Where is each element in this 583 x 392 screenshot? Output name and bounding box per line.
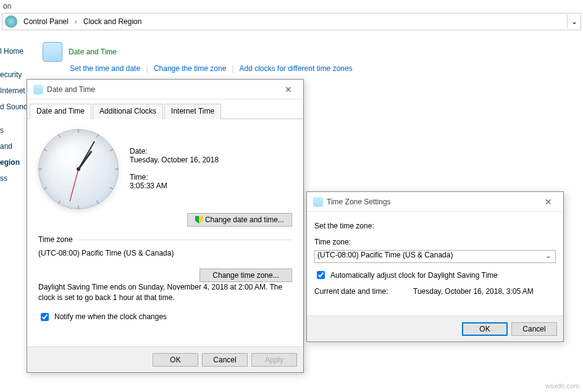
notify-checkbox-input[interactable] (41, 313, 49, 321)
nav-region[interactable]: egion (0, 154, 28, 170)
control-panel-icon (5, 15, 17, 28)
chevron-right-icon: › (72, 17, 80, 26)
breadcrumb-item[interactable]: Control Panel (20, 17, 72, 26)
nav-item[interactable]: ss (0, 170, 28, 186)
close-button[interactable]: ✕ (540, 197, 557, 207)
cancel-button[interactable]: Cancel (202, 353, 248, 367)
change-date-time-button[interactable]: Change date and time... (187, 213, 292, 227)
auto-dst-checkbox-input[interactable] (317, 271, 325, 279)
close-button[interactable]: ✕ (280, 85, 297, 94)
link-set-time[interactable]: Set the time and date (70, 64, 140, 73)
dialog-footer: OK Cancel (307, 315, 563, 341)
current-datetime-label: Current date and time: (314, 287, 413, 296)
minute-hand (78, 141, 95, 169)
time-zone-icon (313, 197, 323, 207)
second-hand (70, 169, 79, 201)
link-add-clocks[interactable]: Add clocks for different time zones (239, 64, 352, 73)
breadcrumb-item[interactable]: Clock and Region (80, 17, 146, 26)
change-time-zone-button[interactable]: Change time zone... (199, 269, 292, 282)
section-links: Set the time and date | Change the time … (70, 64, 353, 73)
nav-item[interactable]: s (0, 122, 28, 138)
ok-button[interactable]: OK (462, 322, 508, 336)
nav-home[interactable]: l Home (0, 43, 28, 59)
dst-text: Daylight Saving Time ends on Sunday, Nov… (38, 282, 292, 304)
nav-sound[interactable]: d Sound (0, 99, 28, 115)
section-title[interactable]: Date and Time (69, 48, 117, 56)
apply-button: Apply (251, 353, 297, 367)
breadcrumb-bar: Control Panel › Clock and Region ⌄ (2, 13, 581, 30)
auto-dst-checkbox[interactable]: Automatically adjust clock for Daylight … (314, 269, 556, 281)
dialog-titlebar[interactable]: Time Zone Settings ✕ (307, 192, 563, 212)
time-zone-select[interactable]: (UTC-08:00) Pacific Time (US & Canada) (314, 250, 556, 263)
link-change-tz[interactable]: Change the time zone (154, 64, 226, 73)
date-and-time-dialog: Date and Time ✕ Date and Time Additional… (27, 79, 304, 373)
nav-security[interactable]: ecurity (0, 67, 28, 83)
nav-item[interactable]: and (0, 138, 28, 154)
notify-checkbox[interactable]: Notify me when the clock changes (38, 311, 292, 323)
dialog-footer: OK Cancel Apply (27, 346, 303, 372)
nav-internet[interactable]: Internet (0, 83, 28, 99)
section-heading: Date and Time (43, 42, 353, 62)
time-zone-value: (UTC-08:00) Pacific Time (US & Canada) (38, 249, 292, 257)
time-zone-settings-dialog: Time Zone Settings ✕ Set the time zone: … (306, 191, 564, 342)
time-value: 3:05:33 AM (130, 181, 292, 190)
history-dropdown[interactable]: ⌄ (567, 15, 581, 28)
dialog-title: Date and Time (47, 85, 280, 94)
date-time-icon (43, 42, 62, 62)
time-zone-label: Time zone: (314, 238, 556, 246)
tab-additional-clocks[interactable]: Additional Clocks (93, 104, 163, 119)
cancel-button[interactable]: Cancel (511, 322, 557, 336)
auto-dst-label: Automatically adjust clock for Daylight … (330, 271, 498, 280)
left-nav: l Home ecurity Internet d Sound s and eg… (0, 31, 28, 186)
notify-label: Notify me when the clock changes (54, 312, 167, 321)
current-datetime-value: Tuesday, October 16, 2018, 3:05 AM (413, 287, 534, 296)
time-zone-heading: Time zone (38, 235, 292, 244)
date-time-icon (33, 85, 43, 94)
time-label: Time: (130, 173, 292, 181)
watermark: wsxdn.com (545, 382, 579, 390)
shield-icon (195, 216, 203, 223)
date-value: Tuesday, October 16, 2018 (130, 156, 292, 164)
tab-internet-time[interactable]: Internet Time (164, 104, 221, 119)
date-label: Date: (130, 147, 292, 156)
dialog-title: Time Zone Settings (327, 198, 540, 206)
window-title-fragment: on (0, 0, 583, 12)
analog-clock (38, 129, 119, 209)
set-time-zone-label: Set the time zone: (314, 222, 556, 230)
dialog-titlebar[interactable]: Date and Time ✕ (27, 80, 303, 99)
tab-bar: Date and Time Additional Clocks Internet… (27, 103, 303, 119)
tab-date-and-time[interactable]: Date and Time (30, 104, 91, 119)
ok-button[interactable]: OK (153, 353, 198, 367)
